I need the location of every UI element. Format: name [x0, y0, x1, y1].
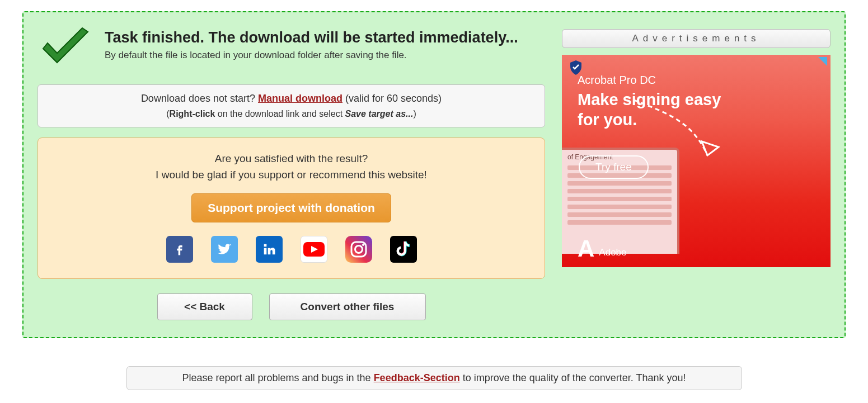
- svg-rect-3: [345, 236, 372, 263]
- convert-other-button[interactable]: Convert other files: [269, 293, 426, 320]
- twitter-icon[interactable]: [211, 236, 238, 263]
- manual-prefix: Download does not start?: [141, 93, 258, 104]
- manual-download-hint: (Right-click on the download link and se…: [49, 109, 533, 119]
- page-title: Task finished. The download will be star…: [105, 29, 518, 46]
- adobe-logo: A Adobe: [578, 239, 627, 258]
- adchoices-icon[interactable]: [818, 57, 827, 66]
- adobe-a-icon: A: [578, 239, 594, 258]
- back-button[interactable]: << Back: [157, 293, 252, 320]
- footer-suffix: to improve the quality of the converter.…: [460, 372, 686, 383]
- ad-product: Acrobat Pro DC: [578, 74, 656, 87]
- support-message: Are you satisfied with the result? I wou…: [49, 150, 533, 183]
- facebook-icon[interactable]: [166, 236, 193, 263]
- ad-cta-button[interactable]: Try free: [579, 155, 649, 179]
- support-box: Are you satisfied with the result? I wou…: [37, 138, 545, 279]
- manual-suffix: (valid for 60 seconds): [342, 93, 442, 104]
- header-text: Task finished. The download will be star…: [105, 29, 518, 61]
- nav-row: << Back Convert other files: [37, 293, 545, 320]
- ad-banner[interactable]: Acrobat Pro DC Make signing easy for you…: [562, 55, 831, 267]
- right-column: Advertisements Acrobat Pro DC Make signi…: [562, 29, 831, 267]
- svg-point-6: [362, 244, 364, 246]
- linkedin-icon[interactable]: [256, 236, 283, 263]
- left-column: Task finished. The download will be star…: [37, 29, 545, 320]
- footer-prefix: Please report all problems and bugs in t…: [182, 372, 373, 383]
- social-row: [49, 236, 533, 263]
- footer-box: Please report all problems and bugs in t…: [126, 366, 742, 390]
- page-subtitle: By default the file is located in your d…: [105, 50, 518, 61]
- donate-button[interactable]: Support project with donation: [191, 193, 391, 222]
- result-panel: Task finished. The download will be star…: [22, 11, 846, 338]
- checkmark-icon: [37, 26, 93, 73]
- tiktok-icon[interactable]: [390, 236, 417, 263]
- instagram-icon[interactable]: [345, 236, 372, 263]
- youtube-icon[interactable]: [301, 236, 327, 263]
- svg-marker-0: [43, 28, 88, 63]
- header-row: Task finished. The download will be star…: [37, 29, 545, 73]
- ads-header: Advertisements: [562, 29, 831, 48]
- feedback-link[interactable]: Feedback-Section: [374, 372, 460, 383]
- manual-download-link[interactable]: Manual download: [258, 93, 342, 104]
- manual-download-box: Download does not start? Manual download…: [37, 84, 545, 127]
- manual-download-line: Download does not start? Manual download…: [49, 93, 533, 105]
